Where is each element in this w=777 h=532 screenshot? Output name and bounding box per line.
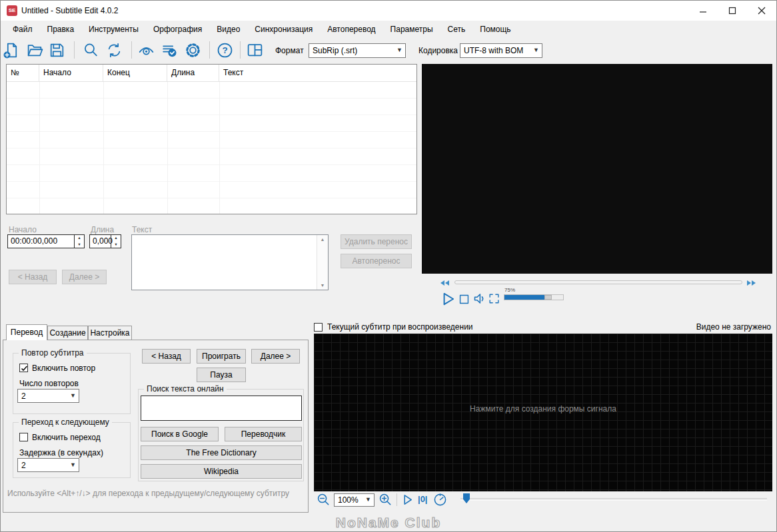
video-seek-bar[interactable] (454, 280, 742, 284)
text-scrollbar[interactable]: ▲ ▼ (317, 235, 328, 290)
duration-spinner[interactable]: 0,000 ▲▼ (89, 234, 121, 248)
play-button[interactable] (439, 290, 456, 308)
fullscreen-button[interactable] (488, 292, 500, 305)
start-time-label: Начало (9, 225, 37, 234)
online-search-group-title: Поиск текста онлайн (144, 384, 227, 394)
replace-button[interactable] (105, 41, 123, 59)
spinner-buttons[interactable]: ▲▼ (74, 235, 84, 248)
tab-translate[interactable]: Перевод (6, 324, 47, 340)
translate-play-button[interactable]: Проиграть (197, 349, 246, 364)
stop-button[interactable] (458, 293, 470, 306)
waveform-zoom-in-button[interactable] (379, 493, 392, 507)
tab-adjust[interactable]: Настройка (88, 326, 132, 340)
show-current-subtitle-checkbox[interactable] (314, 323, 323, 332)
menu-spellcheck[interactable]: Орфография (146, 21, 209, 38)
wikipedia-button[interactable]: Wikipedia (141, 464, 302, 479)
playback-speed-button[interactable] (433, 493, 447, 507)
waveform-zoom-out-button[interactable] (317, 493, 331, 507)
delay-select[interactable]: 2 ▼ (17, 458, 79, 472)
format-select[interactable]: SubRip (.srt) ▼ (309, 43, 406, 58)
open-file-button[interactable] (25, 41, 44, 59)
pause-button[interactable]: Пауза (197, 368, 246, 382)
help-button[interactable]: ? (215, 41, 234, 59)
spinner-buttons[interactable]: ▲▼ (111, 235, 121, 248)
column-divider (167, 82, 168, 214)
subtitle-list-body[interactable] (7, 82, 416, 214)
spin-down-icon[interactable]: ▼ (75, 242, 84, 248)
save-icon (48, 41, 66, 59)
menu-help[interactable]: Помощь (472, 21, 518, 38)
scroll-down-icon[interactable]: ▼ (317, 283, 328, 288)
translate-back-button[interactable]: < Назад (142, 349, 191, 364)
start-time-value: 00:00:00,000 (11, 235, 57, 248)
waveform-position-marker[interactable] (463, 493, 470, 503)
subtitle-list[interactable]: № Начало Конец Длина Текст (6, 64, 417, 214)
menu-network[interactable]: Сеть (440, 21, 473, 38)
enable-repeat-checkbox[interactable] (19, 364, 28, 372)
waveform-canvas[interactable]: Нажмите для создания формы сигнала (314, 334, 772, 491)
menu-edit[interactable]: Правка (40, 21, 82, 38)
column-divider (103, 82, 104, 214)
seek-forward-icon[interactable] (746, 280, 756, 286)
search-icon (82, 41, 100, 59)
waveform-scrollbar[interactable] (460, 498, 767, 501)
translate-next-button[interactable]: Далее > (251, 349, 300, 364)
column-text[interactable]: Текст (219, 65, 416, 82)
video-status-label: Видео не загружено (696, 322, 771, 332)
find-button[interactable] (81, 41, 100, 59)
spin-up-icon[interactable]: ▲ (75, 235, 84, 242)
translator-button[interactable]: Переводчик (225, 427, 302, 441)
layout-button[interactable] (245, 41, 264, 59)
menu-video[interactable]: Видео (209, 21, 247, 38)
google-search-button[interactable]: Поиск в Google (141, 427, 219, 441)
scroll-up-icon[interactable]: ▲ (317, 237, 328, 242)
spell-check-button[interactable] (160, 41, 179, 59)
waveform-play-button[interactable] (401, 493, 414, 506)
chevron-down-icon: ▼ (533, 47, 539, 53)
auto-break-button[interactable]: Автоперенос (341, 254, 412, 268)
next-subtitle-button[interactable]: Далее > (62, 270, 107, 284)
menu-file[interactable]: Файл (5, 21, 40, 38)
volume-slider[interactable] (504, 294, 564, 300)
new-file-icon (3, 41, 21, 59)
free-dictionary-button[interactable]: The Free Dictionary (141, 445, 302, 460)
menu-synchronization[interactable]: Синхронизация (247, 21, 320, 38)
column-duration[interactable]: Длина (167, 65, 219, 82)
start-time-spinner[interactable]: 00:00:00,000 ▲▼ (7, 234, 85, 248)
menu-options[interactable]: Параметры (383, 21, 440, 38)
mute-button[interactable] (472, 292, 486, 306)
minimize-button[interactable] (688, 1, 718, 21)
online-search-input[interactable] (141, 396, 302, 421)
close-button[interactable] (746, 1, 776, 21)
prev-subtitle-button[interactable]: < Назад (9, 270, 57, 284)
column-number[interactable]: № (7, 65, 39, 82)
enable-goto-label: Включить переход (32, 433, 101, 442)
subtitle-text-area[interactable]: ▲ ▼ (131, 234, 329, 290)
volume-percent-label: 75% (504, 287, 515, 293)
visual-sync-button[interactable] (137, 41, 155, 59)
volume-thumb[interactable] (544, 295, 552, 300)
close-icon (758, 7, 766, 15)
format-value: SubRip (.srt) (313, 46, 357, 55)
spin-down-icon[interactable]: ▼ (111, 242, 121, 248)
waveform-zoom-select[interactable]: 100% ▼ (334, 493, 375, 507)
menu-tools[interactable]: Инструменты (81, 21, 146, 38)
maximize-button[interactable] (717, 1, 747, 21)
enable-goto-checkbox[interactable] (19, 433, 28, 441)
seek-back-icon[interactable] (440, 280, 450, 286)
layout-icon (246, 41, 264, 59)
settings-button[interactable] (183, 41, 202, 59)
encoding-select[interactable]: UTF-8 with BOM ▼ (460, 43, 542, 58)
video-screen[interactable] (422, 64, 772, 274)
repeat-count-select[interactable]: 2 ▼ (17, 389, 79, 403)
reset-position-button[interactable]: |0| (418, 494, 428, 504)
save-button[interactable] (47, 41, 66, 59)
tab-create[interactable]: Создание (47, 326, 88, 340)
remove-line-break-button[interactable]: Удалить перенос (341, 234, 412, 249)
column-end[interactable]: Конец (103, 65, 167, 82)
menu-autotranslate[interactable]: Автоперевод (320, 21, 383, 38)
delay-label: Задержка (в секундах) (19, 448, 103, 457)
column-start[interactable]: Начало (39, 65, 103, 82)
spin-up-icon[interactable]: ▲ (111, 235, 121, 242)
new-file-button[interactable] (2, 41, 21, 59)
